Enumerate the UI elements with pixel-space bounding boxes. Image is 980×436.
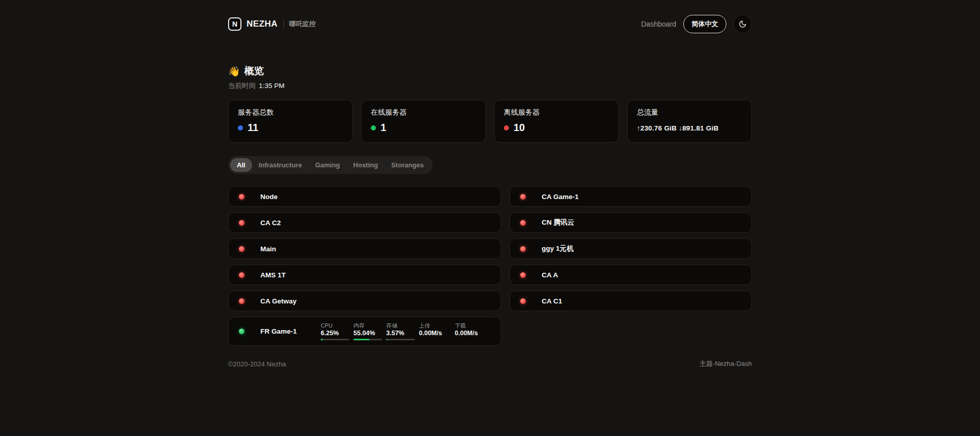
stat-card-label: 服务器总数 (238, 108, 343, 117)
offline-dot-icon (520, 194, 526, 200)
stat-card-value: 1 (381, 122, 386, 134)
server-name: CA C2 (260, 219, 281, 227)
brand-separator (283, 20, 284, 28)
metric-progress-bar (386, 339, 415, 340)
server-card[interactable]: AMS 1T (228, 265, 501, 285)
brand-link[interactable]: N NEZHA 哪吒监控 (228, 17, 316, 31)
header: N NEZHA 哪吒监控 Dashboard 简体中文 (228, 12, 752, 36)
metric-progress-fill (321, 339, 323, 340)
stat-card: 总流量↑230.76 GiB ↓891.81 GiB (627, 100, 752, 143)
server-name: AMS 1T (260, 271, 286, 279)
stat-value-row: 11 (238, 122, 343, 134)
offline-dot-icon (239, 194, 244, 200)
header-actions: Dashboard 简体中文 (641, 15, 752, 33)
tab-all[interactable]: All (230, 158, 252, 172)
server-card[interactable]: CA C1 (509, 291, 752, 311)
metric-label: 内存 (353, 322, 382, 329)
tab-gaming[interactable]: Gaming (308, 158, 346, 172)
current-time: 当前时间1:35 PM (228, 81, 752, 91)
site-name: 哪吒监控 (289, 19, 316, 29)
stat-card: 离线服务器10 (494, 100, 619, 143)
nezha-logo-icon: N (228, 17, 241, 31)
metric-label: 存储 (386, 322, 415, 329)
metric-value: 3.57% (386, 330, 415, 337)
status-dot-icon (371, 125, 376, 130)
stat-card: 在线服务器1 (361, 100, 486, 143)
metric-上传: 上传0.00M/s (419, 322, 451, 337)
metric-下载: 下载0.00M/s (455, 322, 486, 337)
offline-dot-icon (239, 246, 244, 252)
metric-progress-fill (353, 339, 369, 340)
server-name: CA A (542, 271, 558, 279)
server-card[interactable]: CA A (509, 265, 752, 285)
page-title: 👋 概览 (228, 64, 752, 78)
tab-infrastructure[interactable]: Infrastructure (252, 158, 309, 172)
status-dot-icon (504, 125, 509, 130)
traffic-value: ↑230.76 GiB ↓891.81 GiB (637, 124, 742, 132)
tab-hosting[interactable]: Hosting (347, 158, 385, 172)
theme-toggle-button[interactable] (733, 15, 752, 33)
server-card[interactable]: CA C2 (228, 212, 501, 233)
metric-progress-fill (386, 339, 387, 340)
server-name: CN 腾讯云 (542, 218, 574, 227)
server-card[interactable]: Node (228, 186, 501, 207)
server-grid: NodeCA Game-1CA C2CN 腾讯云Mainggy 1元机AMS 1… (228, 186, 752, 346)
tab-storanges[interactable]: Storanges (385, 158, 431, 172)
group-tabs: AllInfrastructureGamingHostingStoranges (228, 156, 433, 174)
stat-card-label: 离线服务器 (504, 108, 609, 117)
server-card[interactable]: CN 腾讯云 (509, 212, 752, 233)
metric-label: 上传 (419, 322, 451, 329)
footer: ©2020-2024 Nezha 主题-Nezha-Dash (228, 359, 752, 368)
stat-card: 服务器总数11 (228, 100, 353, 143)
stat-value-row: 1 (371, 122, 476, 134)
status-dot-icon (238, 125, 243, 130)
server-name: Node (260, 193, 278, 201)
metric-value: 0.00M/s (455, 330, 486, 337)
server-card[interactable]: ggy 1元机 (509, 238, 752, 259)
metric-value: 6.25% (321, 330, 349, 337)
server-name: CA Getway (260, 297, 297, 305)
metric-progress-bar (353, 339, 382, 340)
online-dot-icon (239, 329, 244, 334)
stat-card-value: 10 (514, 122, 525, 134)
stat-card-label: 在线服务器 (371, 108, 476, 117)
overview-title-text: 概览 (244, 64, 264, 78)
offline-dot-icon (239, 220, 244, 226)
dashboard-link[interactable]: Dashboard (641, 20, 677, 28)
metric-label: 下载 (455, 322, 486, 329)
metric-value: 55.04% (353, 330, 382, 337)
language-button[interactable]: 简体中文 (683, 15, 726, 33)
moon-icon (739, 20, 747, 28)
offline-dot-icon (520, 246, 526, 252)
copyright-text: ©2020-2024 Nezha (228, 360, 286, 368)
metric-内存: 内存55.04% (353, 322, 382, 340)
wave-emoji: 👋 (228, 66, 240, 77)
offline-dot-icon (520, 220, 526, 226)
server-name: CA C1 (542, 297, 562, 305)
stat-card-label: 总流量 (637, 108, 742, 117)
theme-name-link[interactable]: 主题-Nezha-Dash (699, 359, 752, 368)
overview-section: 👋 概览 当前时间1:35 PM (228, 64, 752, 91)
metric-value: 0.00M/s (419, 330, 451, 337)
server-name: FR Game-1 (260, 328, 321, 335)
metric-存储: 存储3.57% (386, 322, 415, 340)
server-card[interactable]: CA Game-1 (509, 186, 752, 207)
offline-dot-icon (239, 298, 244, 304)
server-name: Main (260, 245, 276, 253)
server-name: ggy 1元机 (542, 244, 573, 253)
server-metrics: CPU6.25%内存55.04%存储3.57%上传0.00M/s下载0.00M/… (321, 322, 491, 340)
time-value: 1:35 PM (259, 82, 284, 90)
server-card[interactable]: CA Getway (228, 291, 501, 311)
offline-dot-icon (520, 272, 526, 278)
metric-cpu: CPU6.25% (321, 322, 349, 340)
stat-card-value: 11 (248, 122, 258, 134)
stats-grid: 服务器总数11在线服务器1离线服务器10总流量↑230.76 GiB ↓891.… (228, 100, 752, 143)
metric-progress-bar (321, 339, 349, 340)
stat-value-row: 10 (504, 122, 609, 134)
page: N NEZHA 哪吒监控 Dashboard 简体中文 👋 概览 当前时间1:3… (228, 0, 752, 368)
server-card[interactable]: FR Game-1CPU6.25%内存55.04%存储3.57%上传0.00M/… (228, 317, 501, 346)
time-label: 当前时间 (228, 82, 256, 90)
offline-dot-icon (239, 272, 244, 278)
server-card[interactable]: Main (228, 238, 501, 259)
metric-label: CPU (321, 322, 349, 329)
